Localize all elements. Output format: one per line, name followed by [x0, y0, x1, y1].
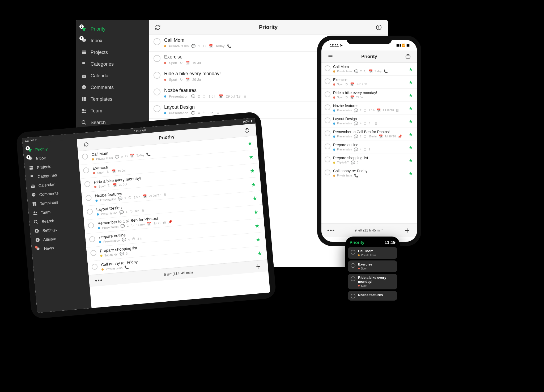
task-checkbox[interactable]	[325, 104, 330, 110]
task-checkbox[interactable]	[86, 195, 92, 201]
watch-task-row[interactable]: Ride a bike every monday!Sport	[348, 274, 397, 289]
task-row[interactable]: ExerciseSport↻📅Jul 19 '18★	[321, 76, 417, 89]
sidebar-item-team[interactable]: Team	[76, 105, 149, 117]
meta-value: Today	[375, 70, 382, 73]
task-row[interactable]: Call nanny re: FridayPrivate tasks📞★	[321, 167, 417, 180]
priority-star-icon[interactable]: ★	[253, 209, 260, 215]
task-checkbox[interactable]	[351, 294, 355, 298]
sidebar-item-label: Templates	[40, 200, 58, 206]
more-icon[interactable]: •••	[95, 277, 103, 284]
meta-cal-icon: 📅	[185, 61, 190, 65]
task-checkbox[interactable]	[91, 264, 98, 270]
meta-chat-icon: 💬	[119, 210, 124, 214]
task-checkbox[interactable]	[325, 130, 330, 136]
priority-star-icon[interactable]: ★	[252, 195, 258, 201]
team-icon	[33, 210, 38, 216]
priority-star-icon[interactable]: ★	[251, 181, 257, 187]
meta-cal-icon: 📅	[142, 194, 147, 199]
task-checkbox[interactable]	[83, 167, 89, 174]
info-icon[interactable]	[243, 126, 251, 134]
task-row[interactable]: Prepare shopping listTrip to NY💬3★	[321, 154, 417, 167]
priority-star-icon[interactable]: ★	[247, 140, 254, 146]
refresh-icon[interactable]	[154, 24, 162, 31]
meta-value: 2	[360, 109, 362, 112]
meta-chat-icon: 💬	[354, 108, 358, 112]
sidebar-item-comments[interactable]: Comments	[76, 82, 149, 93]
more-icon[interactable]: •••	[327, 227, 335, 234]
watch-task-row[interactable]: Nozbe features	[348, 291, 397, 301]
priority-star-icon[interactable]: ★	[409, 106, 414, 111]
meta-chat-icon: 💬	[120, 252, 124, 256]
add-task-button[interactable]: ＋	[403, 225, 411, 236]
info-icon[interactable]	[404, 53, 412, 60]
task-row[interactable]: Call MomPrivate tasks💬2↻📅Today📞★	[321, 63, 417, 76]
task-checkbox[interactable]	[90, 250, 97, 256]
task-row[interactable]: Remember to Call Ben for Photos!Presenta…	[321, 128, 417, 141]
sidebar-item-projects[interactable]: Projects	[76, 47, 149, 58]
watch-task-row[interactable]: ExerciseSport	[348, 260, 397, 272]
sidebar-item-categories[interactable]: Categories	[76, 58, 149, 70]
task-checkbox[interactable]	[82, 153, 88, 160]
task-row[interactable]: Nozbe featuresPresentation💬2⏱1.5 h📅Jul 2…	[321, 102, 417, 115]
task-checkbox[interactable]	[325, 157, 330, 162]
sidebar-item-calendar[interactable]: 17Calendar	[76, 70, 149, 82]
priority-star-icon[interactable]: ★	[409, 79, 414, 85]
watch-task-row[interactable]: Call MomPrivate tasks	[348, 247, 397, 259]
info-icon[interactable]	[375, 24, 382, 31]
watch-task-list: Call MomPrivate tasksExerciseSportRide a…	[348, 247, 397, 301]
task-title: Exercise	[358, 263, 394, 267]
task-checkbox[interactable]	[351, 250, 355, 255]
task-checkbox[interactable]	[325, 144, 330, 149]
status-time: 12:11 ➤	[330, 43, 343, 47]
priority-star-icon[interactable]: ★	[257, 250, 263, 256]
task-checkbox[interactable]	[154, 38, 160, 45]
sidebar-item-label: Inbox	[36, 155, 46, 161]
refresh-icon[interactable]	[82, 140, 90, 148]
task-checkbox[interactable]	[84, 181, 91, 187]
meta-chat-icon: 💬	[191, 44, 196, 48]
task-checkbox[interactable]	[154, 72, 160, 79]
task-meta: Presentation💬2⏱15 min📅Jul 28 '18📌	[333, 134, 406, 138]
summary-text: 9 left (11 h 45 min)	[164, 270, 193, 277]
task-checkbox[interactable]	[351, 276, 355, 281]
priority-star-icon[interactable]: ★	[256, 236, 262, 242]
priority-star-icon[interactable]: ★	[409, 171, 414, 176]
svg-rect-11	[84, 99, 86, 101]
priority-star-icon[interactable]: ★	[248, 154, 255, 160]
task-checkbox[interactable]	[154, 105, 160, 112]
meta-cal-icon: 📅	[130, 154, 134, 158]
sidebar-item-priority[interactable]: 9Priority	[76, 23, 149, 35]
priority-star-icon[interactable]: ★	[409, 119, 414, 124]
priority-star-icon[interactable]: ★	[250, 167, 256, 174]
task-checkbox[interactable]	[325, 78, 330, 84]
task-row[interactable]: Ride a bike every monday!Sport↻📅29 Jul★	[321, 89, 417, 102]
meta-cal-icon: 📅	[350, 82, 354, 86]
meta-value: 4	[128, 238, 130, 241]
add-task-button[interactable]: ＋	[254, 261, 262, 272]
priority-star-icon[interactable]: ★	[409, 92, 414, 98]
priority-star-icon[interactable]: ★	[409, 145, 414, 150]
sidebar-item-templates[interactable]: Templates	[76, 93, 149, 105]
task-checkbox[interactable]	[325, 65, 330, 71]
flag-icon	[81, 61, 87, 67]
task-checkbox[interactable]	[89, 236, 95, 242]
task-checkbox[interactable]	[351, 263, 355, 268]
priority-star-icon[interactable]: ★	[409, 132, 414, 137]
task-checkbox[interactable]	[154, 88, 160, 95]
task-checkbox[interactable]	[325, 91, 330, 97]
priority-star-icon[interactable]: ★	[409, 66, 414, 72]
task-checkbox[interactable]	[88, 222, 94, 229]
sidebar-item-inbox[interactable]: 1Inbox	[76, 35, 149, 47]
task-row[interactable]: Layout DesignPresentation💬4⏱8 h🖥★	[321, 115, 417, 128]
comments-icon	[31, 192, 36, 198]
priority-star-icon[interactable]: ★	[409, 158, 414, 163]
project-color-dot	[164, 45, 166, 47]
task-row[interactable]: Prepare outlinePresentation💬4⏱2 h★	[321, 141, 417, 154]
task-checkbox[interactable]	[154, 55, 160, 62]
task-checkbox[interactable]	[325, 170, 330, 175]
task-checkbox[interactable]	[87, 209, 93, 215]
task-checkbox[interactable]	[325, 117, 330, 123]
project-name: Private tasks	[337, 70, 352, 73]
priority-star-icon[interactable]: ★	[254, 222, 261, 229]
menu-icon[interactable]	[327, 53, 334, 60]
